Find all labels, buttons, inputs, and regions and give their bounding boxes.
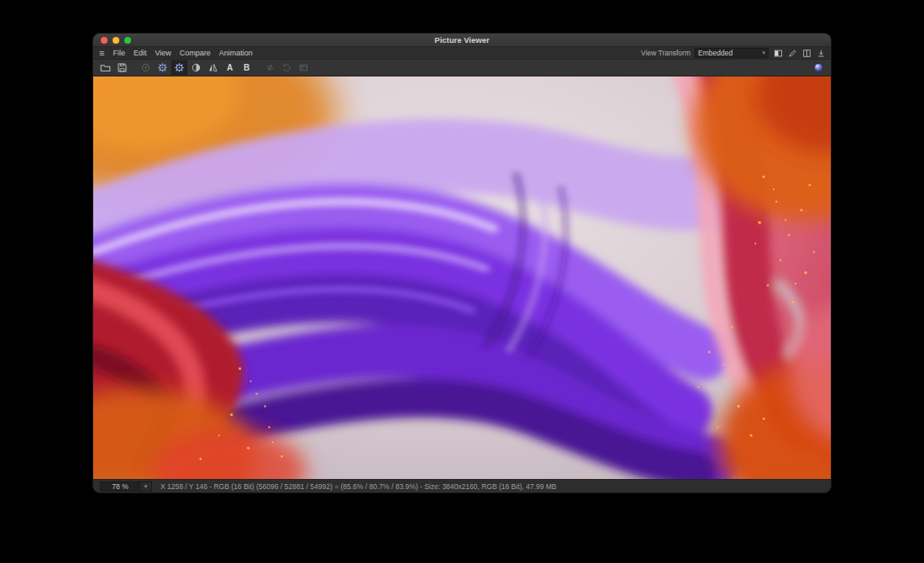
contrast-button[interactable] (188, 61, 204, 75)
desktop-background: Picture Viewer ≡ File Edit View Compare … (0, 0, 924, 563)
swap-ab-button[interactable] (262, 61, 278, 75)
target-icon (140, 62, 151, 73)
menu-edit[interactable]: Edit (129, 49, 151, 57)
download-icon[interactable] (816, 48, 826, 58)
open-folder-icon (100, 62, 111, 73)
edit-pen-icon[interactable] (787, 48, 797, 58)
save-button[interactable] (114, 61, 130, 75)
frames-button[interactable] (296, 61, 312, 75)
compare-b-label: B (244, 63, 249, 72)
render-settings-gear-button[interactable] (171, 61, 187, 75)
menubar-right-group: View Transform Embedded ▾ (641, 48, 826, 58)
history-button[interactable] (279, 61, 295, 75)
statusbar: 78 % ▾ X 1258 / Y 146 - RGB (16 Bit) (56… (93, 479, 831, 492)
compare-b-button[interactable]: B (239, 61, 255, 75)
picture-viewer-window: Picture Viewer ≡ File Edit View Compare … (92, 33, 832, 493)
menu-compare[interactable]: Compare (176, 49, 215, 57)
toolbar-right-group (811, 61, 827, 75)
mirror-icon (207, 62, 218, 73)
traffic-lights (101, 34, 131, 46)
open-file-button[interactable] (97, 61, 113, 75)
titlebar[interactable]: Picture Viewer (93, 34, 831, 47)
chevron-down-icon: ▾ (762, 50, 765, 56)
menu-view[interactable]: View (150, 49, 175, 57)
view-transform-value: Embedded (698, 49, 732, 57)
view-transform-dropdown[interactable]: Embedded ▾ (695, 48, 769, 58)
mirror-button[interactable] (205, 61, 221, 75)
view-transform-label: View Transform (641, 49, 690, 57)
history-icon (281, 62, 292, 73)
window-title: Picture Viewer (434, 35, 489, 45)
zoom-level-value: 78 % (112, 482, 128, 491)
zoom-level-field[interactable]: 78 % (100, 481, 140, 492)
split-view-icon[interactable] (773, 48, 783, 58)
save-icon (117, 62, 128, 73)
status-info-text: X 1258 / Y 146 - RGB (16 Bit) (56096 / 5… (160, 482, 556, 491)
zoom-window-button[interactable] (124, 37, 131, 44)
toolbar-separator (131, 67, 137, 68)
material-ball-icon (813, 62, 824, 73)
toolbar: A B (93, 60, 831, 76)
toolbar-separator (255, 67, 261, 68)
menubar: ≡ File Edit View Compare Animation View … (93, 47, 831, 60)
chevron-down-icon: ▾ (144, 483, 148, 490)
minimize-window-button[interactable] (113, 37, 119, 44)
compare-a-label: A (227, 63, 233, 72)
settings-gear-icon (157, 62, 168, 73)
zoom-dropdown-button[interactable]: ▾ (140, 481, 152, 492)
compare-a-button[interactable]: A (222, 61, 238, 75)
close-window-button[interactable] (101, 37, 108, 44)
image-canvas[interactable] (93, 76, 831, 479)
target-button[interactable] (138, 61, 154, 75)
menu-file[interactable]: File (108, 49, 129, 57)
layout-frame-icon[interactable] (801, 48, 811, 58)
hamburger-menu-icon[interactable]: ≡ (98, 49, 108, 57)
menu-animation[interactable]: Animation (215, 49, 257, 57)
rendered-image (93, 76, 831, 479)
render-settings-gear-icon (174, 62, 185, 73)
settings-gear-button[interactable] (155, 61, 171, 75)
material-ball-button[interactable] (811, 61, 827, 75)
swap-icon (265, 62, 276, 73)
contrast-icon (191, 62, 202, 73)
frames-icon (298, 62, 309, 73)
